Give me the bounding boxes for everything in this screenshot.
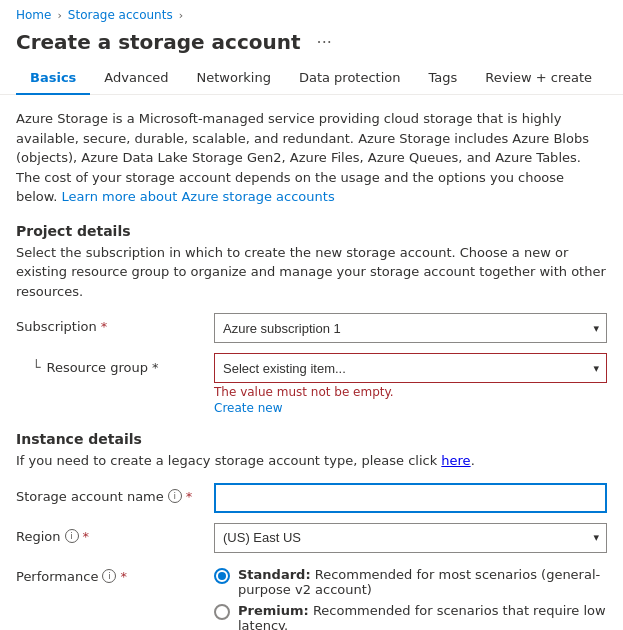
subscription-row: Subscription * Azure subscription 1 ▾ [16,313,607,343]
region-label: Region i * [16,523,206,544]
performance-premium-label: Premium: Recommended for scenarios that … [238,603,607,631]
resource-group-row: Resource group * Select existing item...… [16,353,607,415]
instance-details-description: If you need to create a legacy storage a… [16,451,607,471]
resource-group-control: Select existing item... ▾ The value must… [214,353,607,415]
performance-required: * [120,569,127,584]
more-options-icon[interactable]: ··· [311,31,338,54]
performance-radio-group: Standard: Recommended for most scenarios… [214,563,607,631]
performance-info-icon[interactable]: i [102,569,116,583]
resource-group-required: * [152,360,159,375]
region-control: (US) East US ▾ [214,523,607,553]
subscription-control: Azure subscription 1 ▾ [214,313,607,343]
resource-group-select-wrapper: Select existing item... ▾ [214,353,607,383]
tab-review-create[interactable]: Review + create [471,62,606,95]
resource-group-select[interactable]: Select existing item... [214,353,607,383]
subscription-select[interactable]: Azure subscription 1 [214,313,607,343]
performance-row: Performance i * Standard: Recommended fo… [16,563,607,631]
tab-data-protection[interactable]: Data protection [285,62,415,95]
subscription-select-wrapper: Azure subscription 1 ▾ [214,313,607,343]
main-content: Azure Storage is a Microsoft-managed ser… [0,95,623,630]
project-details-description: Select the subscription in which to crea… [16,243,607,302]
info-link[interactable]: Learn more about Azure storage accounts [62,189,335,204]
performance-standard-option[interactable]: Standard: Recommended for most scenarios… [214,567,607,597]
performance-label: Performance i * [16,563,206,584]
tab-advanced[interactable]: Advanced [90,62,182,95]
subscription-label: Subscription * [16,313,206,334]
region-row: Region i * (US) East US ▾ [16,523,607,553]
performance-standard-radio[interactable] [214,568,230,584]
tab-networking[interactable]: Networking [183,62,285,95]
storage-account-name-input[interactable] [214,483,607,513]
project-details-title: Project details [16,223,607,239]
performance-standard-label: Standard: Recommended for most scenarios… [238,567,607,597]
tab-bar: Basics Advanced Networking Data protecti… [0,62,623,95]
breadcrumb-home[interactable]: Home [16,8,51,22]
breadcrumb: Home › Storage accounts › [0,0,623,26]
breadcrumb-sep1: › [57,9,61,22]
page-title: Create a storage account [16,30,301,54]
resource-group-create-link[interactable]: Create new [214,401,607,415]
storage-account-name-control [214,483,607,513]
subscription-required: * [101,319,108,334]
performance-premium-option[interactable]: Premium: Recommended for scenarios that … [214,603,607,631]
storage-account-name-required: * [186,489,193,504]
info-description: Azure Storage is a Microsoft-managed ser… [16,109,607,207]
tab-tags[interactable]: Tags [415,62,472,95]
performance-control: Standard: Recommended for most scenarios… [214,563,607,631]
region-select[interactable]: (US) East US [214,523,607,553]
breadcrumb-storage-accounts[interactable]: Storage accounts [68,8,173,22]
resource-group-error: The value must not be empty. [214,385,607,399]
region-required: * [83,529,90,544]
storage-account-name-info-icon[interactable]: i [168,489,182,503]
storage-account-name-label: Storage account name i * [16,483,206,504]
breadcrumb-sep2: › [179,9,183,22]
region-info-icon[interactable]: i [65,529,79,543]
performance-premium-radio[interactable] [214,604,230,620]
region-select-wrapper: (US) East US ▾ [214,523,607,553]
page-header: Create a storage account ··· [0,26,623,62]
resource-group-label: Resource group * [16,353,206,375]
instance-details-link[interactable]: here [441,453,470,468]
instance-details-title: Instance details [16,431,607,447]
storage-account-name-row: Storage account name i * [16,483,607,513]
tab-basics[interactable]: Basics [16,62,90,95]
